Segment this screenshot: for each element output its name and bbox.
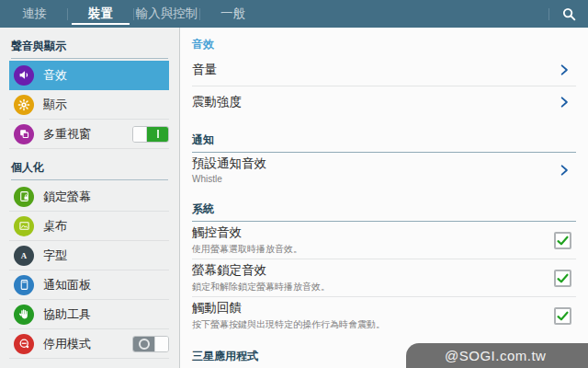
checkmark-icon [556,271,570,285]
sidebar-item-accessibility[interactable]: 協助工具 [9,300,169,329]
top-tab-bar: 連接 裝置 輸入與控制 一般 [0,0,588,28]
sidebar-item-multi-window[interactable]: 多重視窗 [9,120,169,149]
sidebar-item-label: 多重視窗 [43,126,91,143]
tab-input-control[interactable]: 輸入與控制 [134,0,199,28]
row-description: 鎖定和解除鎖定螢幕時播放音效。 [192,281,554,293]
watermark: @SOGI.com.tw [406,343,588,368]
row-description: 按下螢幕按鍵與出現特定的操作行為時會震動。 [192,318,554,331]
chevron-right-icon [556,96,572,109]
multi-window-icon [14,124,34,144]
tab-strip: 連接 裝置 輸入與控制 一般 [0,0,266,28]
row-title: 觸動回饋 [192,300,554,316]
section-header-sound: 音效 [192,28,576,54]
speaker-icon [14,65,34,86]
setting-row-screen-lock-sound[interactable]: 螢幕鎖定音效 鎖定和解除鎖定螢幕時播放音效。 [192,259,576,296]
wallpaper-icon [14,216,34,236]
lock-screen-icon [14,187,34,207]
row-title: 音量 [192,62,556,78]
blocking-mode-toggle[interactable] [132,336,169,352]
row-description: 使用螢幕選取時播放音效。 [192,243,554,256]
setting-row-vibration-intensity[interactable]: 震動強度 [192,86,576,118]
sidebar-group-header-sound-display: 聲音與顯示 [11,39,168,59]
setting-row-volume[interactable]: 音量 [192,54,576,86]
brightness-icon [14,95,34,115]
settings-screen: 連接 裝置 輸入與控制 一般 聲音與顯示 [0,0,588,368]
sidebar-item-label: 字型 [43,247,67,264]
checkmark-icon [556,309,570,323]
sidebar-item-lock-screen[interactable]: 鎖定螢幕 [9,182,169,212]
notification-panel-icon [14,275,34,295]
sidebar-item-label: 桌布 [43,218,67,235]
row-title: 預設通知音效 [192,155,556,172]
settings-content: 音效 音量 震動強度 通知 [180,28,588,368]
search-icon [561,6,577,22]
sidebar-item-wallpaper[interactable]: 桌布 [9,212,169,241]
row-title: 觸控音效 [192,224,554,241]
accessibility-hand-icon [14,305,34,325]
sidebar-item-label: 顯示 [43,97,67,113]
section-sound: 音效 音量 震動強度 [192,28,576,118]
sidebar: 聲音與顯示 音效 [0,28,180,368]
section-header-system: 系統 [192,190,576,222]
setting-row-haptic-feedback[interactable]: 觸動回饋 按下螢幕按鍵與出現特定的操作行為時會震動。 [192,297,576,334]
touch-sounds-checkbox[interactable] [554,232,571,249]
sidebar-item-display[interactable]: 顯示 [9,90,169,120]
tab-general[interactable]: 一般 [200,0,266,28]
sidebar-item-blocking-mode[interactable]: 停用模式 [9,329,169,359]
main-area: 聲音與顯示 音效 [0,28,588,368]
tab-connections[interactable]: 連接 [2,0,67,28]
toggle-knob [154,337,168,351]
row-title: 震動強度 [192,94,556,110]
search-area [548,0,588,28]
section-notifications: 通知 預設通知音效 Whistle [192,121,576,187]
sidebar-item-label: 停用模式 [43,336,91,352]
tab-device[interactable]: 裝置 [68,0,133,28]
toggle-knob [133,127,147,142]
setting-row-default-notification-sound[interactable]: 預設通知音效 Whistle [192,153,576,187]
sidebar-item-font[interactable]: A 字型 [9,241,169,270]
chevron-right-icon [556,164,572,177]
sidebar-item-notification-panel[interactable]: 通知面板 [9,270,169,300]
sidebar-item-label: 音效 [43,67,67,84]
sidebar-item-label: 鎖定螢幕 [43,189,91,205]
svg-text:A: A [21,250,28,259]
sidebar-item-label: 通知面板 [43,277,91,293]
sidebar-item-label: 協助工具 [43,306,91,323]
haptic-feedback-checkbox[interactable] [554,307,571,325]
search-button[interactable] [549,0,588,28]
row-title: 螢幕鎖定音效 [192,262,554,279]
section-system: 系統 觸控音效 使用螢幕選取時播放音效。 螢幕鎖定音效 鎖定和解除鎖定螢幕時播放… [192,190,576,334]
toggle-track-off [133,337,154,351]
font-icon: A [14,246,34,266]
section-header-notifications: 通知 [192,121,576,153]
row-value: Whistle [192,174,556,184]
multi-window-toggle[interactable] [132,126,169,143]
sidebar-group-header-personalization: 個人化 [11,160,168,180]
setting-row-touch-sounds[interactable]: 觸控音效 使用螢幕選取時播放音效。 [192,222,576,259]
screen-lock-sound-checkbox[interactable] [554,270,571,287]
toggle-track-on [147,127,168,142]
chevron-right-icon [556,63,572,76]
sidebar-item-sound[interactable]: 音效 [9,61,169,90]
blocking-mode-icon [14,334,34,354]
checkmark-icon [556,234,570,247]
